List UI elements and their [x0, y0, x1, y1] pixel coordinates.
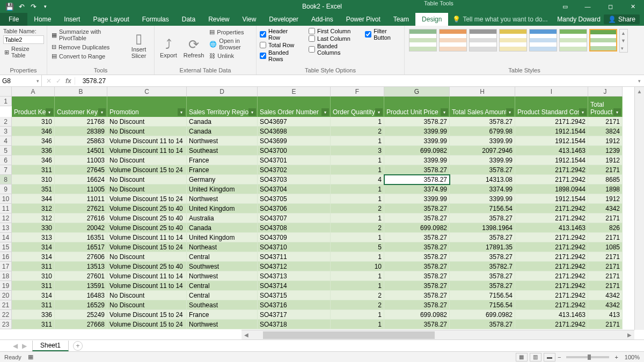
cell[interactable]: 2171.2942 [515, 262, 588, 271]
cell[interactable]: No Discount [107, 156, 187, 165]
cell[interactable]: SO43713 [258, 271, 331, 281]
save-icon[interactable]: 💾 [4, 1, 15, 12]
expand-formula-icon[interactable]: ▾ [634, 78, 644, 84]
cell[interactable]: 4342 [588, 291, 623, 300]
cell[interactable]: 3578.27 [384, 291, 450, 300]
row-header[interactable]: 18 [0, 271, 12, 281]
row-header[interactable]: 1 [0, 97, 12, 106]
tab-page-layout[interactable]: Page Layout [86, 13, 135, 26]
cell[interactable]: 20042 [55, 223, 107, 233]
page-break-view-button[interactable]: ▬ [544, 353, 555, 361]
cell[interactable]: 1085 [588, 242, 623, 252]
row-header[interactable]: 19 [0, 281, 12, 291]
tab-file[interactable]: File [0, 13, 27, 26]
cell[interactable]: 3578.27 [450, 252, 515, 262]
cell[interactable]: 2171.2942 [515, 281, 588, 291]
cell[interactable]: 1 [331, 252, 384, 262]
table-style-swatch[interactable] [499, 29, 527, 51]
sheet-tab-active[interactable]: Sheet1 [32, 341, 69, 351]
total-row-checkbox[interactable]: Total Row [260, 42, 300, 48]
cell[interactable]: 3399.99 [450, 194, 515, 204]
row-header[interactable]: 6 [0, 156, 12, 165]
cell[interactable]: Volume Discount 15 to 24 [107, 242, 187, 252]
column-header[interactable]: F [331, 87, 384, 97]
cell[interactable]: 1 [331, 136, 384, 146]
cell[interactable]: 351 [12, 184, 55, 194]
cell[interactable]: 3578.27 [384, 300, 450, 310]
cell[interactable]: 1 [331, 117, 384, 127]
export-button[interactable]: ⤴Export [158, 28, 179, 60]
cell[interactable]: 2171 [588, 281, 623, 291]
column-header[interactable]: C [107, 87, 187, 97]
cell[interactable]: 3578.27 [384, 204, 450, 213]
row-header[interactable]: 5 [0, 146, 12, 156]
cell[interactable]: 25863 [55, 136, 107, 146]
cell[interactable]: 1239 [588, 146, 623, 156]
cell[interactable]: Northwest [187, 320, 258, 329]
cell[interactable]: 1398.1964 [450, 223, 515, 233]
name-box[interactable]: G8 [0, 75, 42, 86]
cell[interactable]: Volume Discount 11 to 14 [107, 233, 187, 242]
tab-home[interactable]: Home [27, 13, 57, 26]
cell[interactable]: 35782.7 [450, 262, 515, 271]
cell[interactable]: 11011 [55, 194, 107, 204]
cell[interactable]: 3374.99 [384, 184, 450, 194]
first-column-checkbox[interactable]: First Column [309, 28, 356, 34]
cell[interactable]: 13591 [55, 281, 107, 291]
cell[interactable]: 311 [12, 320, 55, 329]
filter-dropdown-icon[interactable]: ▾ [248, 108, 256, 116]
table-name-input[interactable] [3, 35, 44, 44]
row-header[interactable]: 2 [0, 117, 12, 127]
cell[interactable]: 311 [12, 262, 55, 271]
tab-insert[interactable]: Insert [57, 13, 86, 26]
cell[interactable]: 699.0982 [384, 310, 450, 320]
tab-team[interactable]: Team [387, 13, 415, 26]
cell[interactable]: 2171.2942 [515, 165, 588, 175]
cell[interactable]: 2 [331, 127, 384, 136]
sheet-nav-next-icon[interactable]: ▶ [22, 342, 27, 350]
worksheet-grid[interactable]: ABCDEFGHIJ1Product Key▾Customer Key▾Prom… [0, 87, 644, 339]
refresh-button[interactable]: ⟳Refresh [181, 28, 207, 60]
table-column-header[interactable]: Total Product C▾ [588, 97, 623, 117]
cell[interactable]: 1912.1544 [515, 127, 588, 136]
cell[interactable]: 3578.27 [450, 165, 515, 175]
cell[interactable]: 314 [12, 291, 55, 300]
cell[interactable]: 2171.2942 [515, 291, 588, 300]
banded-rows-checkbox[interactable]: Banded Rows [260, 49, 300, 62]
cell[interactable]: Central [187, 252, 258, 262]
filter-dropdown-icon[interactable]: ▾ [579, 108, 587, 116]
cell[interactable]: SO43717 [258, 310, 331, 320]
zoom-in-button[interactable]: + [614, 354, 618, 360]
cell[interactable]: 3399.99 [384, 136, 450, 146]
table-column-header[interactable]: Customer Key▾ [55, 97, 107, 117]
cell[interactable]: 2171.2942 [515, 117, 588, 127]
cell[interactable]: Northeast [187, 242, 258, 252]
cell[interactable]: France [187, 165, 258, 175]
cell[interactable]: SO43697 [258, 117, 331, 127]
cell[interactable]: 16517 [55, 242, 107, 252]
cell[interactable]: 16351 [55, 233, 107, 242]
table-column-header[interactable]: Sales Territory Region▾ [187, 97, 258, 117]
cell[interactable]: 14501 [55, 146, 107, 156]
row-header[interactable]: 16 [0, 252, 12, 262]
cell[interactable]: 2171 [588, 320, 623, 329]
cell[interactable]: Australia [187, 213, 258, 223]
ribbon-options-icon[interactable]: ▭ [554, 0, 576, 13]
cell[interactable]: 699.0982 [450, 310, 515, 320]
cell[interactable]: 3578.27 [384, 320, 450, 329]
tab-view[interactable]: View [236, 13, 263, 26]
cell[interactable]: 2171 [588, 233, 623, 242]
row-header[interactable]: 22 [0, 310, 12, 320]
row-header[interactable]: 4 [0, 136, 12, 146]
cell[interactable]: 7156.54 [450, 291, 515, 300]
cell[interactable]: 3578.27 [384, 213, 450, 223]
banded-columns-checkbox[interactable]: Banded Columns [309, 43, 356, 56]
row-header[interactable]: 10 [0, 194, 12, 204]
cell[interactable]: SO43705 [258, 194, 331, 204]
filter-dropdown-icon[interactable]: ▾ [375, 108, 383, 116]
zoom-slider[interactable] [566, 356, 609, 358]
row-header[interactable]: 3 [0, 127, 12, 136]
column-header[interactable]: I [515, 87, 588, 97]
cell[interactable]: SO43700 [258, 146, 331, 156]
cell[interactable]: 344 [12, 194, 55, 204]
